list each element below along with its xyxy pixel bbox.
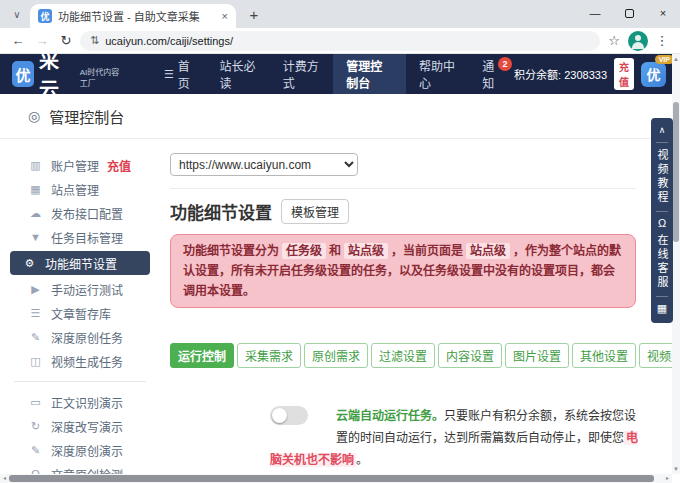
sidebar-item-label: 账户管理 <box>51 157 99 174</box>
site-nav-menu: ☰ 首页 站长必读 计费方式 管理控制台 帮助中心 通知 2 <box>151 54 514 94</box>
toggle-knob <box>272 408 287 423</box>
window-close-button[interactable]: × <box>646 0 680 26</box>
browser-profile-avatar[interactable] <box>628 31 648 51</box>
tab-video-generation[interactable]: 视频生成 <box>639 343 672 368</box>
sidebar: ▥ 账户管理 充值 ▦ 站点管理 ☁ 发布接口配置 ▼ 任务目标管理 ⚙ 功能细… <box>0 139 160 474</box>
window-minimize-button[interactable]: — <box>578 0 612 26</box>
headset-icon[interactable]: Ω <box>658 215 666 231</box>
sidebar-item-deep-rewrite-demo[interactable]: ↻ 深度改写演示 <box>0 414 160 438</box>
sidebar-item-publish-api[interactable]: ☁ 发布接口配置 <box>0 201 160 225</box>
divider <box>656 211 668 212</box>
nav-item-help[interactable]: 帮助中心 <box>406 54 469 94</box>
restore-icon <box>625 9 634 18</box>
settings-tabs: 运行控制 采集需求 原创需求 过滤设置 内容设置 图片设置 其他设置 视频生成 … <box>170 317 636 393</box>
task-level-tag: 任务级 <box>282 243 326 259</box>
recharge-button[interactable]: 充值 <box>614 58 634 90</box>
scroll-right-arrow[interactable]: ▸ <box>663 474 672 483</box>
nav-item-console[interactable]: 管理控制台 <box>333 54 406 94</box>
sidebar-item-manual-test[interactable]: ▶ 手动运行测试 <box>0 277 160 301</box>
browser-tab-active[interactable]: 优 功能细节设置 - 自助文章采集 × <box>30 4 236 28</box>
site-select[interactable]: https://www.ucaiyun.com <box>170 153 358 176</box>
cloud-upload-icon: ☁ <box>28 207 43 220</box>
cloud-auto-run-toggle-row: 云端自动运行任务。只要账户有积分余额，系统会按您设置的时间自动运行，达到所需篇数… <box>270 405 642 471</box>
logo-mark-icon: 优 <box>12 61 34 87</box>
vertical-scrollbar-thumb[interactable] <box>673 102 679 242</box>
grid-icon: ▦ <box>28 183 43 196</box>
tab-original-requirements[interactable]: 原创需求 <box>304 343 368 368</box>
tab-other-settings[interactable]: 其他设置 <box>572 343 636 368</box>
cloud-auto-run-title: 云端自动运行任务。 <box>336 409 444 423</box>
cloud-auto-run-toggle[interactable] <box>270 406 308 425</box>
sidebar-item-deep-original-tasks[interactable]: ✎ 深度原创任务 <box>0 325 160 349</box>
level-notice: 功能细节设置分为任务级和站点级，当前页面是站点级，作为整个站点的默认设置，所有未… <box>170 234 636 308</box>
sidebar-item-account[interactable]: ▥ 账户管理 充值 <box>0 153 160 177</box>
notification-badge: 2 <box>498 57 512 71</box>
notice-text: 功能细节设置分为 <box>183 244 279 258</box>
sidebar-item-deep-original-demo[interactable]: ✎ 深度原创演示 <box>0 438 160 462</box>
site-level-tag: 站点级 <box>466 243 510 259</box>
new-tab-button[interactable]: + <box>242 2 266 26</box>
logo-tagline: AI时代内容工厂 <box>80 66 127 88</box>
nav-item-billing[interactable]: 计费方式 <box>270 54 333 94</box>
chart-icon: ▥ <box>28 159 43 172</box>
bookmark-star-icon[interactable]: ☆ <box>604 31 624 51</box>
window-restore-button[interactable] <box>612 0 646 26</box>
page-header: ◎ 管理控制台 <box>0 94 672 139</box>
nav-account-area: 积分余额: 2308333 充值 优 VIP <box>514 58 680 90</box>
browser-menu-icon[interactable]: ⋮ <box>652 31 672 51</box>
tab-image-settings[interactable]: 图片设置 <box>505 343 569 368</box>
sidebar-item-label: 手动运行测试 <box>51 281 123 298</box>
nav-item-label: 站长必读 <box>219 57 256 91</box>
collapse-chevron-icon[interactable]: ∧ <box>659 123 666 139</box>
user-avatar[interactable]: 优 VIP <box>641 62 666 87</box>
sidebar-item-video-tasks[interactable]: ◫ 视频生成任务 <box>0 349 160 373</box>
page-title: 管理控制台 <box>49 106 124 127</box>
sidebar-item-label: 深度改写演示 <box>51 418 123 435</box>
tab-search-chevron-icon[interactable]: ∨ <box>6 3 28 25</box>
sidebar-item-originality-check[interactable]: Q 文章原创检测 <box>0 462 160 474</box>
nav-item-label: 管理控制台 <box>346 57 393 91</box>
sidebar-item-article-store[interactable]: ☰ 文章暂存库 <box>0 301 160 325</box>
tab-close-icon[interactable]: × <box>222 10 228 22</box>
nav-item-home[interactable]: ☰ 首页 <box>151 54 207 94</box>
sidebar-item-feature-settings[interactable]: ⚙ 功能细节设置 <box>10 251 150 275</box>
sidebar-item-label: 功能细节设置 <box>45 255 117 272</box>
window-controls: — × <box>578 0 680 26</box>
scroll-down-arrow[interactable]: ▼ <box>672 464 680 474</box>
template-manage-button[interactable]: 模板管理 <box>281 199 349 224</box>
qr-code-icon[interactable]: ▦ <box>657 300 667 317</box>
site-favicon: 优 <box>38 9 52 23</box>
main-content: https://www.ucaiyun.com 功能细节设置 模板管理 功能细节… <box>160 139 672 474</box>
video-tutorial-link[interactable]: 视频教程 <box>654 146 670 208</box>
notice-text: ，当前页面是 <box>391 244 463 258</box>
points-balance: 积分余额: 2308333 <box>514 66 607 82</box>
cloud-auto-run-desc-tail: 。 <box>356 453 368 467</box>
tab-run-control[interactable]: 运行控制 <box>170 343 234 368</box>
database-icon: ☰ <box>28 307 43 320</box>
horizontal-scrollbar[interactable]: ◂ ▸ <box>0 474 672 483</box>
vertical-scrollbar[interactable]: ▲ ▼ <box>672 54 680 474</box>
tab-collect-requirements[interactable]: 采集需求 <box>237 343 301 368</box>
nav-item-notifications[interactable]: 通知 2 <box>469 54 514 94</box>
sidebar-item-task-targets[interactable]: ▼ 任务目标管理 <box>0 225 160 249</box>
sidebar-item-label: 正文识别演示 <box>51 394 123 411</box>
tab-title: 功能细节设置 - 自助文章采集 <box>58 8 216 24</box>
horizontal-scrollbar-thumb[interactable] <box>9 475 654 482</box>
divider <box>170 188 636 189</box>
address-bar[interactable]: ⇅ ucaiyun.com/caiji/settings/ <box>80 31 600 51</box>
sidebar-item-content-recognition-demo[interactable]: ▭ 正文识别演示 <box>0 390 160 414</box>
divider <box>656 296 668 297</box>
notice-text: 和 <box>329 244 341 258</box>
recharge-link[interactable]: 充值 <box>107 157 131 174</box>
scroll-up-arrow[interactable]: ▲ <box>672 54 680 64</box>
tab-content-settings[interactable]: 内容设置 <box>438 343 502 368</box>
sidebar-item-label: 视频生成任务 <box>51 353 123 370</box>
sidebar-item-label: 站点管理 <box>51 181 99 198</box>
scroll-left-arrow[interactable]: ◂ <box>0 474 9 483</box>
online-service-link[interactable]: 在线客服 <box>654 231 670 293</box>
nav-item-must-read[interactable]: 站长必读 <box>206 54 269 94</box>
sidebar-item-sites[interactable]: ▦ 站点管理 <box>0 177 160 201</box>
site-navbar: 优 采云 AI时代内容工厂 ☰ 首页 站长必读 计费方式 管理控制台 帮助中心 … <box>0 54 680 94</box>
floating-help-bar: ∧ 视频教程 Ω 在线客服 ▦ <box>651 118 673 323</box>
tab-filter-settings[interactable]: 过滤设置 <box>371 343 435 368</box>
